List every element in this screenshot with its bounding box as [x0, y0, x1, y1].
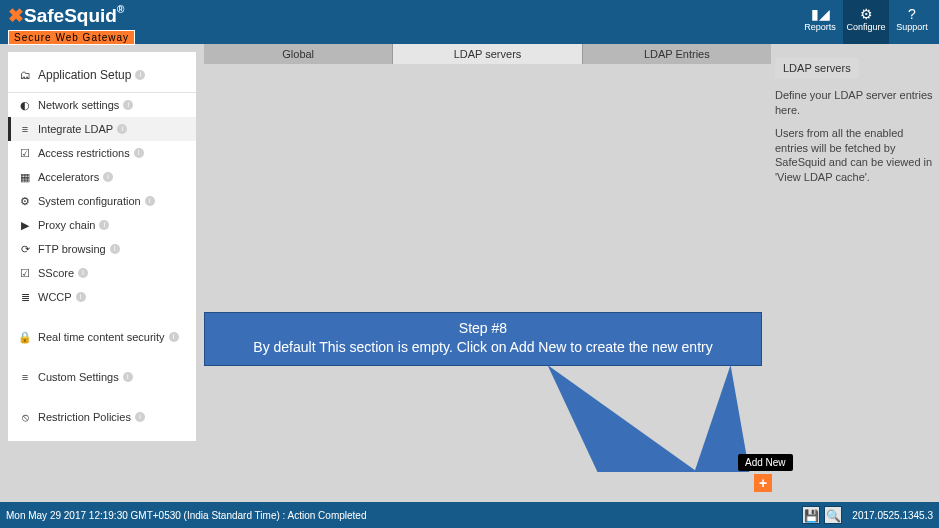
callout-line1: Step #8 [215, 319, 751, 338]
help-text-2: Users from all the enabled entries will … [775, 126, 935, 185]
support-label: Support [896, 22, 928, 32]
sidebar-realtime-security[interactable]: 🔒 Real time content security i [8, 325, 196, 349]
tab-ldap-entries[interactable]: LDAP Entries [582, 44, 771, 64]
tab-global[interactable]: Global [204, 44, 392, 64]
help-panel: LDAP servers Define your LDAP server ent… [775, 58, 935, 193]
tab-ldap-servers[interactable]: LDAP servers [392, 44, 581, 64]
sidebar-item-icon: ▶ [18, 218, 32, 232]
brand-tagline: Secure Web Gateway [8, 30, 135, 45]
reports-label: Reports [804, 22, 836, 32]
sidebar-item-label: Integrate LDAP [38, 122, 113, 136]
app-header: ✖SafeSquid® Secure Web Gateway ▮◢ Report… [0, 0, 939, 44]
ban-icon: ⦸ [18, 410, 32, 424]
sidebar-item-label: Proxy chain [38, 218, 95, 232]
status-bar: Mon May 29 2017 12:19:30 GMT+0530 (India… [0, 502, 939, 528]
status-text: Mon May 29 2017 12:19:30 GMT+0530 (India… [6, 510, 366, 521]
info-icon[interactable]: i [117, 124, 127, 134]
sidebar-item-integrate-ldap[interactable]: ≡Integrate LDAPi [8, 117, 196, 141]
info-icon[interactable]: i [135, 412, 145, 422]
sidebar-item-label: Access restrictions [38, 146, 130, 160]
configure-button[interactable]: ⚙ Configure [843, 0, 889, 44]
sidebar-item-icon: ☑ [18, 266, 32, 280]
sidebar-item-label: FTP browsing [38, 242, 106, 256]
sidebar-item-proxy-chain[interactable]: ▶Proxy chaini [8, 213, 196, 237]
sidebar-item-system-configuration[interactable]: ⚙System configurationi [8, 189, 196, 213]
sidebar-item-icon: ⚙ [18, 194, 32, 208]
info-icon[interactable]: i [110, 244, 120, 254]
briefcase-icon: 🗂 [18, 69, 32, 81]
brand-name-b: Squid [64, 5, 117, 26]
sidebar-item-accelerators[interactable]: ▦Acceleratorsi [8, 165, 196, 189]
help-icon: ? [889, 6, 935, 22]
sidebar-item-wccp[interactable]: ≣WCCPi [8, 285, 196, 309]
info-icon[interactable]: i [103, 172, 113, 182]
callout-line2: By default This section is empty. Click … [215, 338, 751, 357]
reports-button[interactable]: ▮◢ Reports [797, 0, 843, 44]
sidebar-custom-label: Custom Settings [38, 370, 119, 384]
sidebar-item-sscore[interactable]: ☑SScorei [8, 261, 196, 285]
sidebar-application-setup[interactable]: 🗂 Application Setup i [8, 60, 196, 93]
sidebar-item-network-settings[interactable]: ◐Network settingsi [8, 93, 196, 117]
sliders-icon: ≡ [18, 370, 32, 384]
chart-icon: ▮◢ [797, 6, 843, 22]
brand-name-a: Safe [24, 5, 64, 26]
sidebar-item-label: WCCP [38, 290, 72, 304]
sidebar-item-icon: ☑ [18, 146, 32, 160]
sidebar-item-label: System configuration [38, 194, 141, 208]
sidebar-restriction-label: Restriction Policies [38, 410, 131, 424]
sidebar-item-ftp-browsing[interactable]: ⟳FTP browsingi [8, 237, 196, 261]
sidebar-item-access-restrictions[interactable]: ☑Access restrictionsi [8, 141, 196, 165]
sidebar-item-icon: ⟳ [18, 242, 32, 256]
sidebar-item-label: SScore [38, 266, 74, 280]
info-icon[interactable]: i [169, 332, 179, 342]
support-button[interactable]: ? Support [889, 0, 935, 44]
info-icon[interactable]: i [123, 372, 133, 382]
sidebar-setup-label: Application Setup [38, 68, 131, 82]
sidebar-item-icon: ≡ [18, 122, 32, 136]
sliders-icon: ⚙ [843, 6, 889, 22]
lock-icon: 🔒 [18, 330, 32, 344]
sidebar-item-label: Network settings [38, 98, 119, 112]
add-new-tooltip: Add New [738, 454, 793, 471]
brand-reg: ® [117, 4, 124, 15]
sidebar: 🗂 Application Setup i ◐Network settingsi… [8, 52, 196, 441]
version-text: 2017.0525.1345.3 [852, 510, 933, 521]
info-icon[interactable]: i [134, 148, 144, 158]
info-icon[interactable]: i [99, 220, 109, 230]
config-tabs: Global LDAP servers LDAP Entries [204, 44, 771, 64]
add-new-button[interactable]: + [754, 474, 772, 492]
logo-x-icon: ✖ [8, 5, 24, 26]
info-icon[interactable]: i [135, 70, 145, 80]
help-text-1: Define your LDAP server entries here. [775, 88, 935, 118]
info-icon[interactable]: i [123, 100, 133, 110]
search-button[interactable]: 🔍 [824, 506, 842, 524]
sidebar-custom-settings[interactable]: ≡ Custom Settings i [8, 365, 196, 389]
sidebar-restriction-policies[interactable]: ⦸ Restriction Policies i [8, 405, 196, 429]
info-icon[interactable]: i [145, 196, 155, 206]
callout-pointer [523, 365, 698, 472]
sidebar-realtime-label: Real time content security [38, 330, 165, 344]
save-button[interactable]: 💾 [802, 506, 820, 524]
brand-logo: ✖SafeSquid® Secure Web Gateway [8, 4, 135, 45]
info-icon[interactable]: i [76, 292, 86, 302]
sidebar-item-icon: ▦ [18, 170, 32, 184]
sidebar-item-icon: ◐ [18, 98, 32, 112]
configure-label: Configure [846, 22, 885, 32]
sidebar-item-icon: ≣ [18, 290, 32, 304]
info-icon[interactable]: i [78, 268, 88, 278]
plus-icon: + [759, 475, 767, 491]
help-panel-title: LDAP servers [775, 58, 859, 78]
sidebar-item-label: Accelerators [38, 170, 99, 184]
tutorial-callout: Step #8 By default This section is empty… [204, 312, 762, 366]
